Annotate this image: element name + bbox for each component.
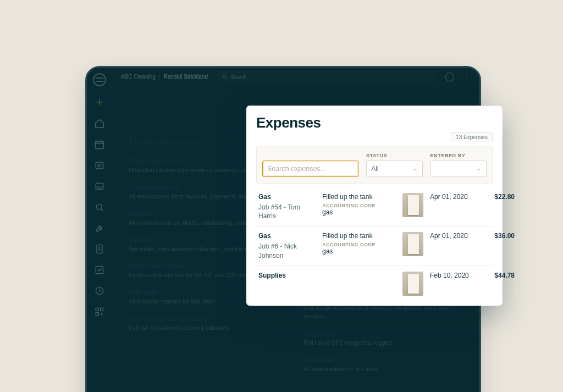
report-title: Waypoints [303,330,463,338]
home-icon[interactable] [94,118,105,129]
entered-by-label: ENTERED BY [430,153,487,158]
svg-point-4 [96,204,102,209]
report-desc: Full usage of products & services on quo… [303,304,463,321]
report-desc: Full list of GPS waypoints logged [303,339,463,347]
report-title: Client balance summary [129,315,288,323]
breadcrumb-company: ABC Cleaning [121,74,156,80]
clock-icon[interactable] [94,285,105,296]
report-desc: Full list of customer account balances [129,324,288,332]
search-icon [222,74,228,80]
report-item[interactable]: TimesheetsAll time tracked for the team [302,352,464,378]
expense-job: Job #6 - Nick Johnson [258,242,319,260]
svg-rect-3 [96,183,103,190]
expense-row[interactable]: GasJob #6 - Nick JohnsonFilled up the ta… [256,227,493,266]
svg-point-11 [223,75,226,78]
expense-note: Filled up the tank [322,193,399,201]
expense-row[interactable]: SuppliesFeb 10, 2020$44.78 [256,266,493,301]
chevron-down-icon [412,166,418,172]
accounting-code-label: ACCOUNTING CODE [322,203,399,208]
expense-amount: $44.78 [484,272,515,279]
expense-date: Feb 10, 2020 [430,272,481,279]
status-select[interactable]: All [366,161,423,177]
breadcrumb-user: Randall Strickland [163,74,208,80]
report-title: Timesheets [303,356,463,364]
invoice-icon[interactable] [94,244,105,255]
search-expenses-input[interactable] [262,161,358,177]
expense-amount: $22.80 [484,193,515,201]
expense-name: Gas [258,193,319,201]
report-desc: All time tracked for the team [303,365,463,373]
expense-row[interactable]: GasJob #54 - Tom HarrisFilled up the tan… [256,187,493,227]
accounting-code-label: ACCOUNTING CODE [322,242,399,247]
expenses-list: GasJob #54 - Tom HarrisFilled up the tan… [256,187,493,301]
breadcrumb-separator-icon: | [159,74,161,80]
svg-rect-9 [101,308,103,311]
svg-point-2 [98,164,100,166]
expense-date: Apr 01, 2020 [430,193,481,201]
clients-icon[interactable] [94,160,105,171]
globe-icon[interactable] [445,73,454,81]
expenses-popup: Expenses 13 Expenses STATUS All ENTERED … [246,106,503,306]
popup-title: Expenses [256,114,493,131]
status-value: All [371,165,379,173]
apps-icon[interactable] [94,306,105,317]
svg-rect-0 [96,141,104,148]
brand-logo-icon [93,73,106,86]
expense-job: Job #54 - Tom Harris [258,203,319,220]
report-item[interactable]: Client balance summaryFull list of custo… [128,311,289,337]
accounting-code: gas [322,208,399,216]
status-label: STATUS [366,153,423,158]
expense-name: Gas [258,232,319,240]
report-item[interactable]: WaypointsFull list of GPS waypoints logg… [302,325,464,352]
breadcrumb[interactable]: ABC Cleaning | Randall Strickland [121,74,208,80]
receipt-thumb[interactable] [402,272,423,296]
receipt-thumb[interactable] [402,193,423,217]
chevron-down-icon [476,166,482,172]
more-icon[interactable]: ⋮ [464,74,471,80]
search-icon[interactable] [94,202,105,213]
expense-note: Filled up the tank [322,232,399,240]
create-icon[interactable]: + [96,96,103,108]
filter-bar: STATUS All ENTERED BY [256,146,493,184]
nav-rail: + [87,68,112,392]
expense-date: Apr 01, 2020 [430,232,481,240]
svg-rect-10 [96,313,98,316]
wrench-icon[interactable] [94,223,105,234]
receipt-thumb[interactable] [402,232,423,256]
global-search-placeholder: Search [231,74,247,80]
expense-name: Supplies [258,272,319,279]
expense-amount: $36.00 [484,232,515,240]
inbox-icon[interactable] [94,181,105,192]
top-bar: ABC Cleaning | Randall Strickland Search… [112,68,479,86]
expenses-count-badge: 13 Expenses [451,132,493,142]
chart-icon[interactable] [94,264,105,275]
entered-by-select[interactable] [430,161,487,177]
calendar-icon[interactable] [94,139,105,150]
global-search[interactable]: Search [218,71,435,82]
svg-rect-8 [96,308,98,311]
accounting-code: gas [322,247,399,255]
